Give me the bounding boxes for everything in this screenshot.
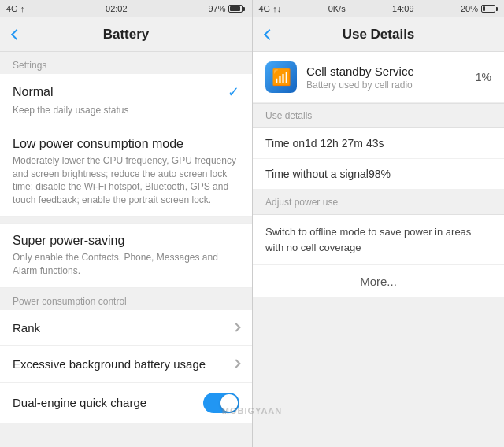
app-info-section: 📶 Cell standby Service Battery used by c… <box>253 52 504 103</box>
app-name: Cell standby Service <box>306 65 466 78</box>
normal-mode-title-row: Normal ✓ <box>13 83 239 101</box>
adjust-text: Switch to offline mode to save power in … <box>265 224 491 255</box>
left-battery-group: 97% <box>208 4 245 13</box>
dual-engine-toggle[interactable] <box>203 393 239 413</box>
panels-wrapper: Battery Settings Normal ✓ Keep the daily… <box>0 17 504 447</box>
left-signal: 4G ↑ <box>6 4 24 13</box>
right-panel-header: Use Details <box>253 17 504 52</box>
app-icon: 📶 <box>265 61 297 93</box>
left-signal-group: 4G ↑ <box>6 4 24 13</box>
status-bars: 4G ↑ 02:02 97% 4G ↑↓ 0K/s 14:09 20% <box>0 0 504 17</box>
low-power-title: Low power consumption mode <box>13 137 239 151</box>
app-percent: 1% <box>476 71 491 83</box>
excessive-bg-chevron-icon <box>232 359 240 368</box>
super-saving-item[interactable]: Super power-saving Only enable the Conta… <box>0 224 252 288</box>
normal-mode-item[interactable]: Normal ✓ Keep the daily usage status <box>0 74 252 127</box>
rank-chevron-icon <box>232 323 240 331</box>
left-panel-header: Battery <box>0 17 252 52</box>
left-panel-title: Battery <box>103 27 150 42</box>
normal-mode-desc: Keep the daily usage status <box>13 104 239 117</box>
dual-engine-item: Dual-engine quick charge <box>0 382 252 423</box>
right-speed: 0K/s <box>328 4 346 13</box>
left-battery-percent: 97% <box>208 4 225 13</box>
more-button[interactable]: More... <box>253 264 504 297</box>
low-power-desc: Moderately lower the CPU frequency, GPU … <box>13 154 239 207</box>
rank-label: Rank <box>13 321 40 334</box>
excessive-bg-item[interactable]: Excessive background battery usage <box>0 346 252 382</box>
normal-mode-label: Normal <box>13 85 54 99</box>
excessive-bg-label: Excessive background battery usage <box>13 357 206 371</box>
right-panel-title: Use Details <box>343 27 415 42</box>
detail-item-0: Time on1d 12h 27m 43s <box>253 128 504 159</box>
left-battery-icon <box>228 5 245 13</box>
app-sub: Battery used by cell radio <box>306 79 466 91</box>
right-back-chevron-icon <box>264 28 275 39</box>
low-power-item[interactable]: Low power consumption mode Moderately lo… <box>0 127 252 217</box>
right-battery-percent: 20% <box>461 4 478 13</box>
right-battery-icon <box>481 5 498 13</box>
right-status-bar: 4G ↑↓ 0K/s 14:09 20% <box>252 0 505 17</box>
super-saving-desc: Only enable the Contacts, Phone, Message… <box>13 251 239 278</box>
left-panel: Battery Settings Normal ✓ Keep the daily… <box>0 17 252 447</box>
detail-item-1: Time without a signal98% <box>253 159 504 190</box>
left-status-bar: 4G ↑ 02:02 97% <box>0 0 252 17</box>
left-time: 02:02 <box>106 4 128 13</box>
super-saving-title: Super power-saving <box>13 234 239 248</box>
settings-label: Settings <box>0 52 252 74</box>
right-signal-group: 4G ↑↓ <box>259 4 282 13</box>
rank-item[interactable]: Rank <box>0 310 252 346</box>
left-panel-content: Settings Normal ✓ Keep the daily usage s… <box>0 52 252 447</box>
right-time: 14:09 <box>392 4 414 13</box>
adjust-power-label: Adjust power use <box>253 190 504 215</box>
right-signal: 4G ↑↓ <box>259 4 282 13</box>
adjust-section: Switch to offline mode to save power in … <box>253 215 504 264</box>
cell-standby-icon: 📶 <box>272 68 291 87</box>
right-back-button[interactable] <box>265 31 273 39</box>
dual-engine-label: Dual-engine quick charge <box>13 396 146 409</box>
power-control-label: Power consumption control <box>0 288 252 310</box>
right-panel-content: 📶 Cell standby Service Battery used by c… <box>253 52 504 447</box>
left-back-chevron-icon <box>11 28 22 39</box>
use-details-label: Use details <box>253 103 504 128</box>
right-battery-group: 20% <box>461 4 498 13</box>
normal-mode-checkmark-icon: ✓ <box>228 83 239 101</box>
right-panel: Use Details 📶 Cell standby Service Batte… <box>252 17 504 447</box>
app-info-text: Cell standby Service Battery used by cel… <box>306 65 466 91</box>
toggle-knob <box>220 394 238 412</box>
left-back-button[interactable] <box>13 31 20 39</box>
